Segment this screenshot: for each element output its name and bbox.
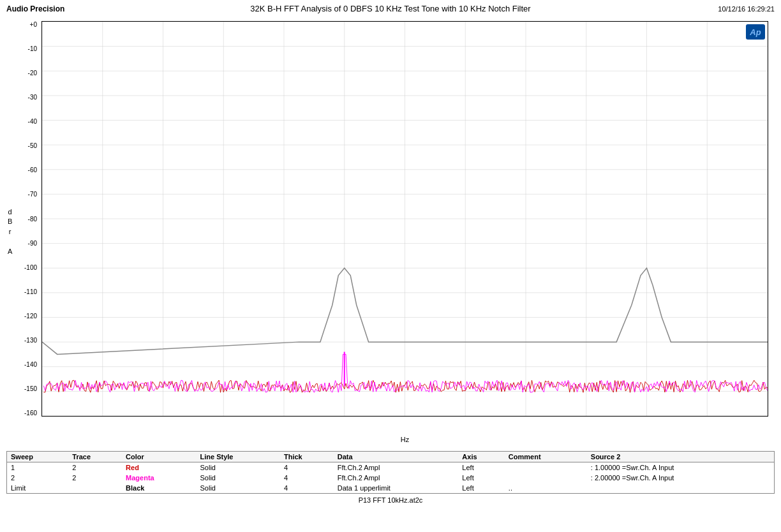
col-sweep: Sweep bbox=[7, 452, 68, 462]
legend-table: Sweep Trace Color Line Style Thick Data … bbox=[7, 452, 774, 493]
legend-cell-axis: Left bbox=[458, 473, 504, 483]
legend-cell-trace: 2 bbox=[68, 462, 122, 473]
legend-cell-comment bbox=[505, 462, 587, 473]
col-data: Data bbox=[334, 452, 459, 462]
chart-title: 32K B-H FFT Analysis of 0 DBFS 10 KHz Te… bbox=[83, 4, 698, 13]
y-tick: -50 bbox=[24, 142, 37, 149]
legend-cell-linestyle: Solid bbox=[197, 462, 281, 473]
y-tick: -80 bbox=[24, 216, 37, 223]
legend-cell-thick: 4 bbox=[280, 473, 334, 483]
y-tick: -10 bbox=[24, 45, 37, 52]
legend-row: Limit Black Solid 4 Data 1 upperlimit Le… bbox=[7, 483, 774, 493]
footer-text: P13 FFT 10kHz.at2c bbox=[359, 496, 423, 504]
y-tick: -140 bbox=[24, 361, 37, 368]
legend-cell-comment bbox=[505, 473, 587, 483]
legend-row: 1 2 Red Solid 4 Fft.Ch.2 Ampl Left : 1.0… bbox=[7, 462, 774, 473]
chart-svg bbox=[42, 22, 768, 416]
legend-cell-thick: 4 bbox=[280, 462, 334, 473]
y-tick: -100 bbox=[24, 264, 37, 271]
brand-label: Audio Precision bbox=[6, 4, 83, 13]
y-tick: -160 bbox=[24, 410, 37, 417]
legend-cell-data: Fft.Ch.2 Ampl bbox=[334, 473, 459, 483]
legend-cell-thick: 4 bbox=[280, 483, 334, 493]
legend-cell-linestyle: Solid bbox=[197, 473, 281, 483]
y-tick: -120 bbox=[24, 313, 37, 320]
chart-area: dBrA +0 -10 -20 -30 -40 -50 -60 -70 -80 … bbox=[6, 15, 775, 448]
legend-cell-sweep: Limit bbox=[7, 483, 68, 493]
legend-cell-trace: 2 bbox=[68, 473, 122, 483]
header: Audio Precision 32K B-H FFT Analysis of … bbox=[0, 0, 781, 15]
legend-cell-sweep: 2 bbox=[7, 473, 68, 483]
legend-header-row: Sweep Trace Color Line Style Thick Data … bbox=[7, 452, 774, 462]
y-tick: -130 bbox=[24, 337, 37, 344]
legend-cell-axis: Left bbox=[458, 462, 504, 473]
y-tick: -150 bbox=[24, 385, 37, 392]
y-tick: -90 bbox=[24, 240, 37, 247]
ap-logo: Ap bbox=[746, 24, 765, 40]
legend-row: 2 2 Magenta Solid 4 Fft.Ch.2 Ampl Left :… bbox=[7, 473, 774, 483]
legend-cell-linestyle: Solid bbox=[197, 483, 281, 493]
legend-cell-source2: : 2.00000 =Swr.Ch. A Input bbox=[587, 473, 774, 483]
y-tick: -40 bbox=[24, 118, 37, 125]
legend-cell-color: Black bbox=[122, 483, 196, 493]
legend-cell-trace bbox=[68, 483, 122, 493]
col-axis: Axis bbox=[458, 452, 504, 462]
x-axis-ticks bbox=[41, 417, 768, 429]
y-tick: -30 bbox=[24, 94, 37, 101]
col-source2: Source 2 bbox=[587, 452, 774, 462]
col-color: Color bbox=[122, 452, 196, 462]
legend-cell-axis: Left bbox=[458, 483, 504, 493]
col-thick: Thick bbox=[280, 452, 334, 462]
chart-plot: Ap bbox=[41, 21, 768, 417]
footer-label: P13 FFT 10kHz.at2c bbox=[0, 496, 781, 504]
y-tick: -60 bbox=[24, 166, 37, 174]
col-comment: Comment bbox=[505, 452, 587, 462]
legend-cell-comment: .. bbox=[505, 483, 587, 493]
y-tick: -20 bbox=[24, 70, 37, 77]
legend-cell-source2 bbox=[587, 483, 774, 493]
legend-cell-data: Data 1 upperlimit bbox=[334, 483, 459, 493]
legend-cell-data: Fft.Ch.2 Ampl bbox=[334, 462, 459, 473]
col-linestyle: Line Style bbox=[197, 452, 281, 462]
legend-area: Sweep Trace Color Line Style Thick Data … bbox=[6, 451, 775, 494]
y-tick: +0 bbox=[24, 21, 37, 28]
x-axis-label: Hz bbox=[41, 436, 768, 443]
col-trace: Trace bbox=[68, 452, 122, 462]
legend-cell-color: Magenta bbox=[122, 473, 196, 483]
y-axis-ticks: +0 -10 -20 -30 -40 -50 -60 -70 -80 -90 -… bbox=[24, 21, 37, 417]
legend-cell-color: Red bbox=[122, 462, 196, 473]
legend-cell-source2: : 1.00000 =Swr.Ch. A Input bbox=[587, 462, 774, 473]
y-tick: -110 bbox=[24, 288, 37, 295]
datetime-label: 10/12/16 16:29:21 bbox=[698, 5, 775, 13]
y-axis-label: dBrA bbox=[8, 207, 12, 256]
legend-cell-sweep: 1 bbox=[7, 462, 68, 473]
y-tick: -70 bbox=[24, 191, 37, 198]
